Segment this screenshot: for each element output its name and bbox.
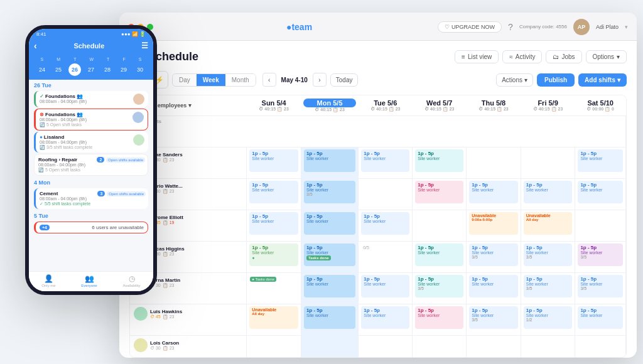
phone-unavailable-notice[interactable]: +4 6 users are unavailable xyxy=(34,222,148,233)
cell-luis-sun[interactable]: UnavailableAll day xyxy=(247,304,301,336)
col-header-thu: Thu 5/8 ⏱ 40:15 📋 23 xyxy=(467,95,521,116)
cell-mike-sat[interactable]: 1p - 5pSite worker xyxy=(575,147,626,179)
user-dropdown-icon[interactable]: ▾ xyxy=(625,24,628,30)
cell-luis-wed[interactable]: 1p - 5pSite worker xyxy=(413,304,467,336)
date-range: May 4-10 xyxy=(279,77,310,83)
user-name: Adi Plato xyxy=(596,24,619,30)
cell-lois-thu[interactable] xyxy=(467,336,521,358)
cell-mario-mon[interactable]: 1p - 5pSite worker3/5 xyxy=(301,179,358,210)
phone-calendar: SMTWTFS 24 25 26 27 28 29 30 xyxy=(29,56,153,80)
cell-mario-tue[interactable] xyxy=(359,179,413,210)
cell-mario-thu[interactable]: 1p - 5pSite worker xyxy=(467,179,521,210)
page-header: 📅 Schedule ≡ List view ≈ Activity 🗂 Jobs… xyxy=(129,50,627,63)
next-week-button[interactable]: › xyxy=(313,73,327,87)
cell-luis-sat[interactable]: 1p - 5pSite worker xyxy=(575,304,626,336)
phone-menu-button[interactable]: ☰ xyxy=(141,41,148,50)
cell-lucas-sat[interactable]: 1p - 5pSite worker3/5 xyxy=(575,242,626,273)
actions-button[interactable]: Actions ▾ xyxy=(496,73,533,87)
phone-nav-only-me[interactable]: 👤 Only me xyxy=(41,274,55,287)
cell-mario-sat[interactable]: 1p - 5pSite worker xyxy=(575,179,626,210)
cell-jerome-mon[interactable]: 1p - 5pSite worker xyxy=(301,210,358,242)
cell-lucas-sun[interactable]: 1p - 5pSite worker● xyxy=(247,242,301,273)
cell-jerome-thu[interactable]: Unavailable9:00a-5:00p xyxy=(467,210,521,242)
cell-mike-mon[interactable]: 1p - 5pSite worker xyxy=(301,147,358,179)
phone-day-label-4: 4 Mon xyxy=(29,177,153,187)
upgrade-button[interactable]: ♡ UPGRADE NOW xyxy=(438,21,502,33)
schedule-container: View by employees ▾ Sun 5/4 ⏱ 40:15 📋 23… xyxy=(129,95,627,358)
cell-luis-fri[interactable]: 1p - 5pSite worker1/2 xyxy=(521,304,575,336)
prev-week-button[interactable]: ‹ xyxy=(262,73,276,87)
list-view-button[interactable]: ≡ List view xyxy=(455,50,499,63)
cell-verna-tue[interactable]: 1p - 5pSite worker xyxy=(359,273,413,304)
today-button[interactable]: Today xyxy=(330,73,359,87)
tab-month[interactable]: Month xyxy=(225,74,256,86)
col-header-fri: Fri 5/9 ⏱ 40:15 📋 23 xyxy=(521,95,575,116)
cell-luis-tue[interactable]: 1p - 5pSite worker xyxy=(359,304,413,336)
phone-shift-foundations-2[interactable]: ⊗ Foundations 👥 08:00am - 04:00pm (8h) 🔄… xyxy=(34,109,148,131)
cell-jerome-sat[interactable] xyxy=(575,210,626,242)
cell-mike-sun[interactable]: 1p - 5pSite worker xyxy=(247,147,301,179)
phone-shift-foundations-1[interactable]: ✓ Foundations 👥 08:00am - 04:00pm (8h) xyxy=(34,91,148,107)
phone-nav-availability[interactable]: ◷ Availability xyxy=(122,274,140,287)
phone-cal-days-header: SMTWTFS xyxy=(34,57,148,62)
cell-jerome-tue[interactable]: 1p - 5pSite worker xyxy=(359,210,413,242)
phone-shift-roofing[interactable]: Roofing › Repair 08:00am - 04:00pm (8h) … xyxy=(34,154,148,176)
publish-button[interactable]: Publish xyxy=(537,73,575,87)
jobs-button[interactable]: 🗂 Jobs xyxy=(546,50,581,63)
phone-shift-cement[interactable]: Cement 08:00am - 04:00pm (8h) ✓ 5/5 shif… xyxy=(34,188,148,209)
cell-mike-tue[interactable]: 1p - 5pSite worker xyxy=(359,147,413,179)
help-icon[interactable]: ? xyxy=(508,22,513,32)
add-shifts-button[interactable]: Add shifts ▾ xyxy=(578,73,627,87)
cell-mario-sun[interactable]: 1p - 5pSite worker xyxy=(247,179,301,210)
table-row: Lois Carson ⏱ 30📋 23 xyxy=(130,336,626,358)
phone-header: ‹ Schedule ☰ xyxy=(29,38,153,56)
phone-shift-lisaland[interactable]: ● Lisaland 08:00am - 04:00pm (8h) 🔄 3/5 … xyxy=(34,132,148,153)
cell-luis-thu[interactable]: 1p - 5pSite worker3/5 xyxy=(467,304,521,336)
window-header-right: ♡ UPGRADE NOW ? Company code: 4556 AP Ad… xyxy=(438,19,628,35)
cell-mario-fri[interactable]: 1p - 5pSite worker xyxy=(521,179,575,210)
cell-verna-fri[interactable]: 1p - 5pSite worker3/5 xyxy=(521,273,575,304)
options-button[interactable]: Options ▾ xyxy=(586,50,627,63)
cell-mike-thu[interactable] xyxy=(467,147,521,179)
header-actions: ≡ List view ≈ Activity 🗂 Jobs Options ▾ xyxy=(455,50,627,63)
cell-jerome-wed[interactable] xyxy=(413,210,467,242)
col-header-mon: Mon 5/5 ⏱ 40:15 📋 23 xyxy=(301,95,358,116)
cell-jerome-fri[interactable]: UnavailableAll day xyxy=(521,210,575,242)
cell-lucas-fri[interactable]: 1p - 5pSite worker3/5 xyxy=(521,242,575,273)
cell-lucas-thu[interactable]: 1p - 5pSite worker3/5 xyxy=(467,242,521,273)
cell-mario-wed[interactable]: 1p - 5pSite worker xyxy=(413,179,467,210)
activity-button[interactable]: ≈ Activity xyxy=(502,50,542,63)
cell-luis-mon[interactable]: 1p - 5pSite worker xyxy=(301,304,358,336)
table-row: Luis Hawkins ⏱ 45📋 23 UnavailableAll day… xyxy=(130,304,626,336)
window-titlebar: ●team ♡ UPGRADE NOW ? Company code: 4556… xyxy=(119,13,637,41)
toolbar: 🔍 ⚡ Day Week Month ‹ May 4-10 › Today Ac… xyxy=(129,71,627,88)
phone-time: 8:41 xyxy=(36,31,46,37)
app-logo: ●team xyxy=(161,22,438,32)
cell-lois-mon[interactable] xyxy=(301,336,358,358)
tab-week[interactable]: Week xyxy=(197,74,225,86)
phone-bottom-nav: 👤 Only me 👥 Everyone ◷ Availability xyxy=(29,271,153,291)
phone-avatar-1 xyxy=(133,94,144,105)
cell-jerome-sun[interactable]: 1p - 5pSite worker xyxy=(247,210,301,242)
cell-lucas-mon[interactable]: 1p - 5pSite workerTasks done xyxy=(301,242,358,273)
table-row: Mike Sanders ⏱ 30📋 23 1p - 5pSite worker… xyxy=(130,147,626,179)
cell-lucas-wed[interactable]: 1p - 5pSite worker xyxy=(413,242,467,273)
cell-lucas-tue[interactable]: 0/5 xyxy=(359,242,413,273)
open-shifts-row: Open shifts xyxy=(130,116,626,147)
cell-lois-tue[interactable] xyxy=(359,336,413,358)
cell-verna-sun[interactable]: ● Tasks done xyxy=(247,273,301,304)
phone-back-button[interactable]: ‹ xyxy=(34,41,37,51)
cell-lois-sat[interactable] xyxy=(575,336,626,358)
cell-mike-wed[interactable]: 1p - 5pSite worker xyxy=(413,147,467,179)
cell-verna-mon[interactable]: 1p - 5pSite worker xyxy=(301,273,358,304)
cell-verna-wed[interactable]: 1p - 5pSite worker3/5 xyxy=(413,273,467,304)
cell-mike-fri[interactable] xyxy=(521,147,575,179)
cell-verna-thu[interactable]: 1p - 5pSite worker xyxy=(467,273,521,304)
tab-day[interactable]: Day xyxy=(173,74,197,86)
phone-nav-everyone[interactable]: 👥 Everyone xyxy=(81,274,97,287)
user-avatar[interactable]: AP xyxy=(573,19,590,35)
cell-lois-fri[interactable] xyxy=(521,336,575,358)
cell-lois-sun[interactable] xyxy=(247,336,301,358)
cell-lois-wed[interactable] xyxy=(413,336,467,358)
cell-verna-sat[interactable]: 1p - 5pSite worker3/5 xyxy=(575,273,626,304)
